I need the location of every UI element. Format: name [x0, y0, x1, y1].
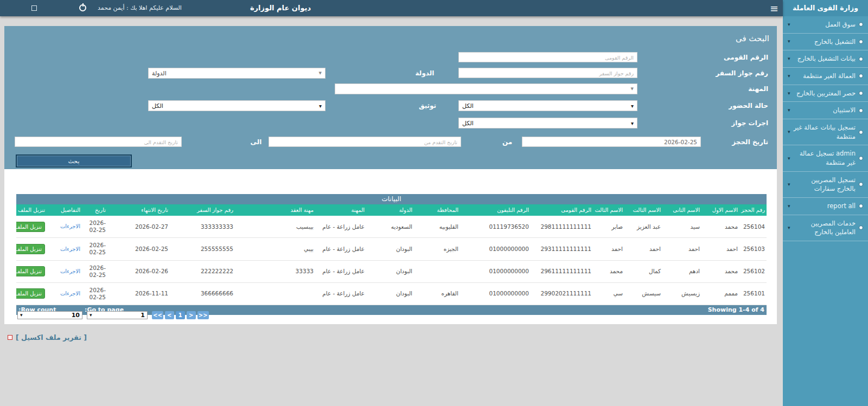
- search-button[interactable]: بحث: [16, 154, 132, 167]
- table-cell: البودان: [366, 238, 414, 260]
- table-cell: كمال: [624, 260, 662, 282]
- table-cell: 01000000000: [460, 260, 531, 282]
- attendance-status-select[interactable]: الكل ▾: [458, 100, 637, 111]
- bullet-icon: [859, 40, 863, 44]
- sidebar-item-5[interactable]: الاستبيان▾: [783, 102, 868, 119]
- authentication-select[interactable]: الكل ▾: [148, 100, 326, 111]
- passport-number-label: رقم جواز السفر: [716, 69, 768, 77]
- chevron-down-icon: ▾: [788, 55, 790, 62]
- pagination-button[interactable]: <<: [152, 311, 163, 319]
- details-link[interactable]: الاجرءات: [60, 223, 80, 229]
- table-header-row: رقم الحجزالاسم الاولالاسم الثانىالاسم ال…: [16, 204, 767, 216]
- details-link[interactable]: الاجرءات: [60, 291, 80, 297]
- sidebar-menu: سوق العمل▾التشغيل بالخارج▾بيانات التشغيل…: [783, 16, 868, 241]
- chevron-down-icon: ▾: [788, 181, 790, 188]
- pagination-button[interactable]: >>: [197, 311, 209, 319]
- bullet-icon: [859, 156, 863, 160]
- passport-actions-select[interactable]: الكل ▾: [458, 118, 637, 128]
- search-form: البحث فى الرقم القومى رقم جواز السفر الد…: [4, 26, 777, 169]
- bullet-icon: [859, 74, 863, 78]
- row-count-value: 10: [72, 312, 80, 319]
- attendance-status-value: الكل: [462, 102, 474, 109]
- download-file-button[interactable]: تنزيل الملف: [16, 222, 45, 232]
- apply-date-to-input[interactable]: [15, 137, 182, 147]
- goto-page-select[interactable]: ▾ 1: [87, 311, 148, 319]
- download-file-button[interactable]: تنزيل الملف: [16, 266, 45, 276]
- column-header: الاسم الثالث: [593, 204, 624, 216]
- sidebar-item-7[interactable]: admin تسجيل عمالة غير منتظمة▾: [783, 145, 868, 171]
- table-cell: 2026-02-25: [82, 216, 107, 238]
- column-header: الرقم القومى: [531, 204, 593, 216]
- download-file-button[interactable]: تنزيل الملف: [16, 288, 45, 299]
- sidebar-item-9[interactable]: report all▾: [783, 198, 868, 215]
- table-cell: 2026-11-11: [107, 282, 170, 305]
- sidebar-item-label: خدمات المصريين العاملين بالخارج: [794, 219, 856, 237]
- table-cell: 2026-02-25: [82, 238, 107, 260]
- table-cell: 01000000000: [460, 238, 531, 260]
- profession-label: المهنة: [748, 85, 768, 93]
- apply-date-from-input[interactable]: [269, 137, 461, 147]
- column-header: مهنة العقد: [235, 204, 315, 216]
- chevron-down-icon: ▾: [788, 224, 790, 231]
- table-cell: 2026-02-25: [82, 260, 107, 282]
- sidebar: وزارة القوى العاملة سوق العمل▾التشغيل با…: [783, 0, 868, 406]
- table-cell: 333333333: [170, 216, 235, 238]
- pagination-button[interactable]: >: [187, 311, 196, 319]
- sidebar-item-8[interactable]: تسجيل المصريين بالخارج سفارات▾: [783, 172, 868, 198]
- download-file-button[interactable]: تنزيل الملف: [16, 244, 45, 254]
- download-cell: تنزيل الملف: [16, 282, 47, 305]
- passport-number-input[interactable]: [458, 68, 637, 78]
- sidebar-item-3[interactable]: العمالة الغير منتظمة▾: [783, 68, 868, 85]
- table-row: 256103احمداحمداحمداحمد293111111111110100…: [16, 238, 767, 260]
- table-cell: الجيزه: [414, 238, 460, 260]
- table-cell: عبد العزيز: [624, 216, 662, 238]
- bullet-icon: [859, 225, 863, 230]
- sidebar-item-0[interactable]: سوق العمل▾: [783, 16, 868, 34]
- chevron-down-icon: ▾: [788, 90, 790, 97]
- sidebar-item-label: حصر المغتربين بالخارج: [794, 89, 856, 98]
- page-number-button[interactable]: 1: [176, 311, 185, 319]
- page-title: ديوان عام الوزارة: [215, 0, 346, 16]
- pagination-button[interactable]: <: [165, 311, 174, 319]
- table-cell: 2026-02-25: [82, 282, 107, 305]
- table-cell: مممم: [701, 282, 739, 305]
- power-icon[interactable]: [79, 4, 86, 11]
- column-header: رقم الحجز: [739, 204, 767, 216]
- passport-actions-value: الكل: [462, 120, 474, 127]
- excel-report-link[interactable]: [ تقرير ملف اكسيل ]: [16, 333, 87, 341]
- table-cell: 33333: [235, 260, 315, 282]
- table-cell: 256103: [739, 238, 767, 260]
- table-footer-controls: ▾ 10 ▾ 1 <<<1>>>: [16, 311, 767, 319]
- passport-actions-label: اجرات جواز: [731, 119, 768, 127]
- national-id-input[interactable]: [458, 52, 637, 62]
- sidebar-item-2[interactable]: بيانات التشغيل بالخارج▾: [783, 50, 868, 68]
- details-cell: الاجرءات: [47, 282, 82, 305]
- table-cell: احمد: [624, 238, 662, 260]
- sidebar-item-6[interactable]: تسجيل بيانات عمالة غير منتظمة▾: [783, 119, 868, 145]
- chevron-down-icon: ▼: [631, 87, 634, 91]
- sidebar-item-10[interactable]: خدمات المصريين العاملين بالخارج▾: [783, 215, 868, 241]
- sidebar-item-label: report all: [794, 202, 856, 211]
- column-header: المهنة: [315, 204, 366, 216]
- table-cell: بيبسيب: [235, 216, 315, 238]
- table-cell: محمد: [593, 260, 624, 282]
- table-cell: البودان: [366, 260, 414, 282]
- sidebar-item-4[interactable]: حصر المغتربين بالخارج▾: [783, 85, 868, 102]
- table-cell: عامل زراعة - عام: [315, 238, 366, 260]
- booking-date-label: تاريخ الحجز: [732, 138, 768, 146]
- details-link[interactable]: الاجرءات: [60, 268, 80, 274]
- table-cell: صابر: [593, 216, 624, 238]
- attendance-status-label: حالة الحضور: [729, 102, 768, 109]
- sidebar-item-1[interactable]: التشغيل بالخارج▾: [783, 34, 868, 51]
- row-count-select[interactable]: ▾ 10: [17, 311, 82, 319]
- country-select[interactable]: الدولة ▼: [148, 68, 326, 79]
- profession-select[interactable]: ▼: [335, 83, 637, 94]
- details-link[interactable]: الاجرءات: [60, 246, 80, 252]
- booking-date-input[interactable]: [522, 137, 701, 147]
- details-cell: الاجرءات: [47, 260, 82, 282]
- table-cell: 29902021111111: [531, 282, 593, 305]
- hamburger-menu-icon[interactable]: ≡: [770, 1, 778, 15]
- chevron-down-icon: ▾: [788, 73, 790, 80]
- chevron-down-icon: ▾: [631, 103, 634, 109]
- window-icon[interactable]: [31, 5, 37, 11]
